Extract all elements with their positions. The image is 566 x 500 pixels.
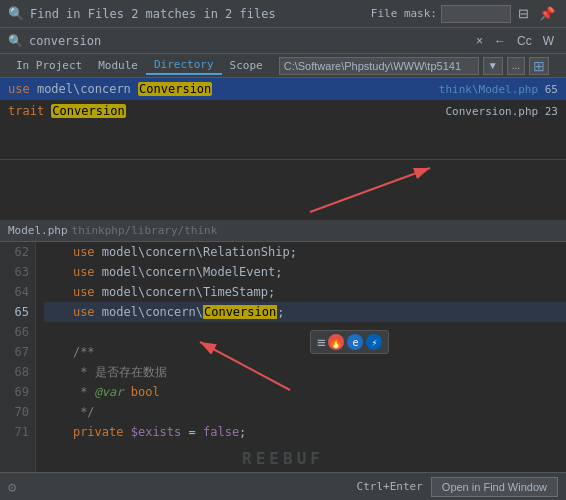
find-title: Find in Files 2 matches in 2 files [30, 7, 365, 21]
code-line: private $exists = false; [44, 422, 566, 442]
result-row[interactable]: trait Conversion Conversion.php 23 [0, 100, 566, 122]
icon-row: ≡ 🔥 e ⚡ [310, 330, 389, 354]
edge-icon[interactable]: e [347, 334, 363, 350]
code-line: /** [44, 342, 566, 362]
scope-grid-btn[interactable]: ⊞ [529, 57, 549, 75]
bottom-right: Ctrl+Enter Open in Find Window [357, 477, 558, 497]
code-line: use model\concern\ModelEvent; [44, 262, 566, 282]
line-num: 62 [6, 242, 29, 262]
upper-arrow-svg [0, 160, 566, 220]
filter-btn[interactable]: ⊟ [515, 5, 532, 22]
tab-in-project[interactable]: In Project [8, 57, 90, 74]
find-toolbar: 🔍 Find in Files 2 matches in 2 files Fil… [0, 0, 566, 28]
scope-path-row: ▼ ... ⊞ [279, 57, 558, 75]
tab-module[interactable]: Module [90, 57, 146, 74]
line-num: 68 [6, 362, 29, 382]
clear-search-btn[interactable]: × [472, 33, 487, 49]
fire-icon[interactable]: 🔥 [328, 334, 344, 350]
code-lines: use model\concern\RelationShip; use mode… [36, 242, 566, 490]
settings-icon[interactable]: ⚙ [8, 479, 16, 495]
search-bar: 🔍 conversion × ← Cc W [0, 28, 566, 54]
result-location-1: think\Model.php 65 [439, 83, 558, 96]
result-text-2: trait Conversion [8, 104, 445, 118]
search-small-icon: 🔍 [8, 34, 23, 48]
shortcut-label: Ctrl+Enter [357, 480, 423, 493]
bottom-left: ⚙ [8, 479, 16, 495]
open-find-window-btn[interactable]: Open in Find Window [431, 477, 558, 497]
toolbar-right: File mask: ⊟ 📌 [371, 5, 558, 23]
find-title-text: Find in Files [30, 7, 124, 21]
scope-dropdown-btn[interactable]: ▼ [483, 57, 503, 75]
code-line: use model\concern\TimeStamp; [44, 282, 566, 302]
pin-btn[interactable]: 📌 [536, 5, 558, 22]
code-header: Model.php thinkphp/library/think [0, 220, 566, 242]
tab-directory[interactable]: Directory [146, 56, 222, 75]
search-actions: × ← Cc W [472, 33, 558, 49]
bottom-bar: ⚙ Ctrl+Enter Open in Find Window [0, 472, 566, 500]
code-filepath: thinkphp/library/think [72, 224, 218, 237]
code-line: use model\concern\RelationShip; [44, 242, 566, 262]
code-body: 62 63 64 65 66 67 68 69 70 71 use model\… [0, 242, 566, 490]
result-location-2: Conversion.php 23 [445, 105, 558, 118]
tab-scope[interactable]: Scope [222, 57, 271, 74]
result-row[interactable]: use model\concern Conversion think\Model… [0, 78, 566, 100]
lightning-icon[interactable]: ⚡ [366, 334, 382, 350]
filemask-label: File mask: [371, 7, 437, 20]
code-line-highlighted: use model\concern\Conversion; [44, 302, 566, 322]
line-num: 71 [6, 422, 29, 442]
prev-result-btn[interactable]: ← [490, 33, 510, 49]
code-line: * 是否存在数据 [44, 362, 566, 382]
line-numbers: 62 63 64 65 66 67 68 69 70 71 [0, 242, 36, 490]
matches-count: 2 matches in 2 files [131, 7, 276, 21]
line-num: 69 [6, 382, 29, 402]
search-query: conversion [29, 34, 466, 48]
results-list: use model\concern Conversion think\Model… [0, 78, 566, 160]
w-btn[interactable]: W [539, 33, 558, 49]
filemask-input[interactable] [441, 5, 511, 23]
line-num: 66 [6, 322, 29, 342]
list-icon[interactable]: ≡ [317, 334, 325, 350]
line-num: 63 [6, 262, 29, 282]
line-num: 67 [6, 342, 29, 362]
scope-path-input[interactable] [279, 57, 479, 75]
result-text-1: use model\concern Conversion [8, 82, 439, 96]
scope-bar: In Project Module Directory Scope ▼ ... … [0, 54, 566, 78]
line-num: 70 [6, 402, 29, 422]
line-num: 65 [6, 302, 29, 322]
scope-more-btn[interactable]: ... [507, 57, 525, 75]
svg-line-1 [310, 168, 430, 212]
search-icon: 🔍 [8, 6, 24, 21]
code-line [44, 322, 566, 342]
line-num: 64 [6, 282, 29, 302]
code-line: * @var bool [44, 382, 566, 402]
cc-btn[interactable]: Cc [513, 33, 536, 49]
code-line: */ [44, 402, 566, 422]
code-filename: Model.php [8, 224, 68, 237]
arrow-area [0, 160, 566, 220]
